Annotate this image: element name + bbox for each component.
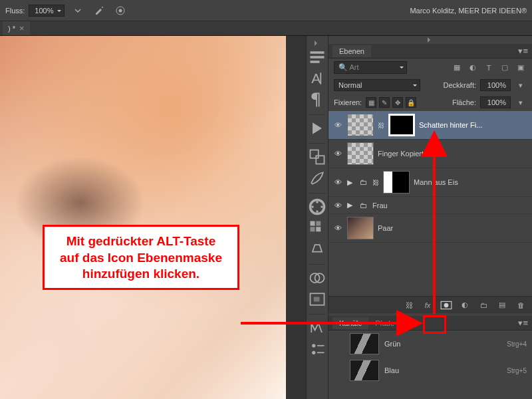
layer-row-paar[interactable]: 👁 Paar	[329, 214, 532, 243]
actions-panel-icon[interactable]	[308, 119, 327, 138]
fill-input[interactable]: 100%	[480, 96, 511, 108]
visibility-toggle-icon[interactable]: 👁	[332, 224, 343, 232]
layer-row-mann[interactable]: 👁 ▶ 🗀 ⛓ Mann aus Eis	[329, 168, 532, 197]
annotation-line: Mit gedrückter ALT-Taste	[53, 233, 229, 250]
svg-rect-17	[311, 227, 315, 231]
history-panel-icon[interactable]	[308, 48, 327, 66]
brush-panel-icon[interactable]	[308, 169, 327, 188]
visibility-toggle-icon[interactable]: 👁	[332, 121, 343, 129]
channels-panel: Kanäle Pfade ▾≡ Grün Strg+4 Blau Strg+5	[329, 316, 532, 384]
flow-value-dropdown[interactable]: 100%	[29, 5, 65, 17]
channel-row-blue[interactable]: Blau Strg+5	[329, 357, 532, 384]
panel-menu-icon[interactable]: ▾≡	[518, 318, 528, 328]
paragraph-panel-icon[interactable]	[308, 90, 327, 109]
svg-rect-4	[311, 56, 325, 59]
opacity-input[interactable]: 100%	[480, 79, 511, 91]
layer-row-finger[interactable]: 👁 Finger Kopiert	[329, 140, 532, 168]
group-mask-thumbnail[interactable]	[383, 171, 410, 194]
panel-menu-icon[interactable]: ▾≡	[518, 46, 528, 56]
group-disclose-icon[interactable]: ▶	[347, 178, 354, 187]
document-tab-name: ) *	[8, 25, 15, 33]
lock-fill-row: Fixieren: ▦ ✎ ✥ 🔒 Fläche: 100% ▾	[329, 94, 532, 111]
visibility-toggle-icon[interactable]: 👁	[332, 178, 343, 186]
properties-panel-icon[interactable]	[308, 340, 327, 358]
flow-slider-caret-icon[interactable]	[70, 3, 86, 19]
lock-all-icon[interactable]: 🔒	[406, 97, 416, 108]
add-layer-mask-icon[interactable]	[440, 299, 452, 311]
layer-name[interactable]: Schatten hinter Fi...	[419, 121, 528, 129]
group-disclose-icon[interactable]: ▶	[347, 201, 354, 209]
opacity-caret-icon[interactable]: ▾	[515, 79, 527, 91]
layer-thumbnail[interactable]	[347, 217, 374, 239]
folder-icon: 🗀	[358, 201, 368, 209]
character-panel-icon[interactable]: A	[308, 69, 327, 88]
visibility-toggle-icon[interactable]: 👁	[332, 201, 343, 209]
delete-layer-icon[interactable]: 🗑	[515, 299, 527, 311]
fill-value: 100%	[487, 98, 506, 106]
swatches-panel-icon[interactable]	[308, 219, 327, 237]
layer-thumbnail[interactable]	[347, 142, 374, 165]
channels-tab[interactable]: Kanäle	[332, 317, 368, 329]
layer-name[interactable]: Paar	[378, 224, 528, 232]
filter-adjust-icon[interactable]: ◐	[467, 62, 479, 74]
clone-source-panel-icon[interactable]	[308, 148, 327, 166]
svg-rect-5	[311, 61, 320, 63]
layer-row-frau[interactable]: 👁 ▶ 🗀 Frau	[329, 197, 532, 214]
svg-rect-22	[314, 297, 320, 302]
opacity-label: Deckkraft:	[443, 81, 476, 89]
navigator-panel-icon[interactable]	[308, 290, 327, 309]
link-layers-icon[interactable]: ⛓	[403, 299, 415, 311]
color-panel-icon[interactable]	[308, 198, 327, 216]
svg-text:A: A	[311, 70, 321, 86]
blend-mode-value: Normal	[338, 81, 362, 89]
new-group-icon[interactable]: 🗀	[477, 299, 489, 311]
channel-row-green[interactable]: Grün Strg+4	[329, 331, 532, 357]
fill-caret-icon[interactable]: ▾	[515, 96, 527, 108]
layer-name[interactable]: Mann aus Eis	[414, 178, 528, 186]
layer-name[interactable]: Frau	[372, 201, 528, 209]
layer-filter-row: 🔍 Art ▦ ◐ T ▢ ▣	[329, 59, 532, 76]
canvas-area[interactable]	[0, 36, 306, 399]
channel-thumbnail[interactable]	[350, 333, 379, 354]
layer-filter-type-dropdown[interactable]: 🔍 Art	[334, 61, 407, 74]
visibility-toggle-icon[interactable]: 👁	[332, 150, 343, 158]
layers-list: 👁 ⛓ Schatten hinter Fi... 👁 Finger Kopie…	[329, 111, 532, 296]
info-panel-icon[interactable]	[308, 319, 327, 337]
svg-point-28	[444, 303, 449, 307]
pressure-opacity-icon[interactable]	[112, 3, 128, 19]
workspace-name[interactable]: Marco Kolditz, MEER DER IDEEN®	[410, 7, 527, 15]
filter-smart-icon[interactable]: ▣	[515, 62, 527, 74]
adjustment-layer-icon[interactable]: ◐	[459, 299, 471, 311]
filter-type-icon[interactable]: T	[483, 62, 495, 74]
airbrush-icon[interactable]	[91, 3, 107, 19]
mask-link-icon[interactable]: ⛓	[378, 122, 384, 129]
adjustments-panel-icon[interactable]	[308, 269, 327, 287]
svg-point-13	[316, 210, 319, 213]
collapsed-panel-strip: A	[306, 36, 329, 399]
lock-label: Fixieren:	[334, 98, 362, 106]
filter-pixel-icon[interactable]: ▦	[451, 62, 463, 74]
layer-name[interactable]: Finger Kopiert	[378, 150, 528, 158]
mask-link-icon[interactable]: ⛓	[372, 179, 379, 186]
paths-tab[interactable]: Pfade	[368, 317, 401, 329]
layer-row-schatten[interactable]: 👁 ⛓ Schatten hinter Fi...	[329, 111, 532, 140]
styles-panel-icon[interactable]	[308, 240, 327, 259]
lock-position-icon[interactable]: ✥	[392, 97, 403, 108]
layer-style-icon[interactable]: fx	[422, 299, 434, 311]
svg-point-2	[119, 9, 122, 12]
layer-mask-thumbnail[interactable]	[388, 114, 415, 136]
filter-shape-icon[interactable]: ▢	[499, 62, 511, 74]
canvas-image	[0, 36, 286, 399]
panel-collapse-icon[interactable]	[329, 36, 532, 44]
channels-panel-header: Kanäle Pfade ▾≡	[329, 316, 532, 331]
layer-thumbnail[interactable]	[347, 114, 374, 136]
new-layer-icon[interactable]: ▤	[496, 299, 508, 311]
lock-pixels-icon[interactable]: ✎	[379, 97, 390, 108]
document-tab[interactable]: ) * ×	[3, 21, 30, 35]
lock-transparency-icon[interactable]: ▦	[366, 97, 376, 108]
layers-tab[interactable]: Ebenen	[332, 45, 371, 57]
close-icon[interactable]: ×	[19, 23, 25, 33]
blend-mode-dropdown[interactable]: Normal	[334, 79, 420, 91]
channel-thumbnail[interactable]	[350, 360, 379, 381]
panel-strip-expand-icon[interactable]	[307, 40, 328, 47]
